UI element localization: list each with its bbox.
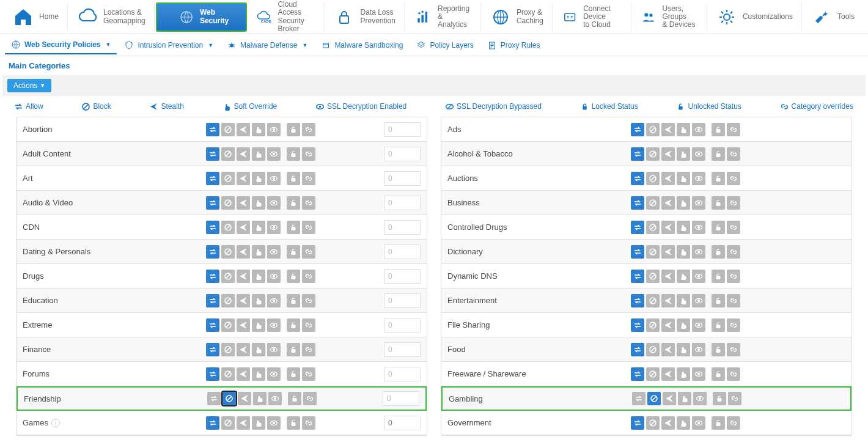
hand-action[interactable] <box>252 172 265 185</box>
link-action[interactable] <box>302 196 315 210</box>
swap-action[interactable] <box>631 270 644 283</box>
noentry-action[interactable] <box>646 147 660 161</box>
hand-action[interactable] <box>252 123 265 136</box>
plane-action[interactable] <box>237 196 250 210</box>
unlock-action[interactable] <box>712 318 725 332</box>
swap-action[interactable] <box>631 367 644 381</box>
eye-action[interactable] <box>692 147 705 161</box>
link-action[interactable] <box>302 294 315 307</box>
swap-action[interactable] <box>206 123 219 136</box>
count-input[interactable] <box>384 196 421 210</box>
hand-action[interactable] <box>677 147 690 161</box>
swap-action[interactable] <box>631 172 644 185</box>
topnav-home[interactable]: Home <box>5 2 68 32</box>
hand-action[interactable] <box>252 147 265 161</box>
unlock-action[interactable] <box>287 294 300 307</box>
swap-action[interactable] <box>631 245 644 259</box>
noentry-action[interactable] <box>221 367 235 381</box>
unlock-action[interactable] <box>712 221 725 234</box>
plane-action[interactable] <box>661 123 675 136</box>
link-action[interactable] <box>302 343 315 356</box>
hand-action[interactable] <box>252 343 265 356</box>
noentry-action[interactable] <box>646 294 660 307</box>
unlock-action[interactable] <box>287 416 300 430</box>
unlock-action[interactable] <box>712 416 725 430</box>
plane-action[interactable] <box>661 221 675 234</box>
swap-action[interactable] <box>632 392 645 405</box>
plane-action[interactable] <box>663 392 676 405</box>
hand-action[interactable] <box>252 416 265 430</box>
link-action[interactable] <box>302 367 315 381</box>
eye-action[interactable] <box>692 294 705 307</box>
eye-action[interactable] <box>267 367 281 381</box>
noentry-action[interactable] <box>646 367 660 381</box>
eye-action[interactable] <box>693 392 707 405</box>
unlock-action[interactable] <box>712 123 725 136</box>
plane-action[interactable] <box>661 294 675 307</box>
link-action[interactable] <box>728 392 741 405</box>
eye-action[interactable] <box>692 343 705 356</box>
plane-action[interactable] <box>237 294 250 307</box>
swap-action[interactable] <box>631 416 644 430</box>
eye-action[interactable] <box>267 270 281 283</box>
plane-action[interactable] <box>237 367 250 381</box>
topnav-casb[interactable]: Cloud AccessSecurity Broker <box>248 2 325 32</box>
hand-action[interactable] <box>677 172 690 185</box>
link-action[interactable] <box>727 294 740 307</box>
eye-action[interactable] <box>692 172 705 185</box>
topnav-tools[interactable]: Tools <box>803 2 863 32</box>
eye-action[interactable] <box>267 196 281 210</box>
plane-action[interactable] <box>237 318 250 332</box>
count-input[interactable] <box>384 416 421 430</box>
eye-action[interactable] <box>692 196 705 210</box>
count-input[interactable] <box>384 318 421 333</box>
unlock-action[interactable] <box>713 392 726 405</box>
topnav-users[interactable]: Users, Groups& Devices <box>633 2 707 32</box>
topnav-websec[interactable]: Web Security <box>156 2 247 32</box>
link-action[interactable] <box>727 147 740 161</box>
unlock-action[interactable] <box>712 343 725 356</box>
link-action[interactable] <box>727 270 740 283</box>
unlock-action[interactable] <box>712 245 725 259</box>
swap-action[interactable] <box>631 123 644 136</box>
link-action[interactable] <box>727 318 740 332</box>
topnav-reporting[interactable]: Reporting &Analytics <box>406 2 481 32</box>
noentry-action[interactable] <box>646 318 660 332</box>
hand-action[interactable] <box>252 221 265 234</box>
plane-action[interactable] <box>237 221 250 234</box>
unlock-action[interactable] <box>712 270 725 283</box>
noentry-action[interactable] <box>646 270 660 283</box>
noentry-action[interactable] <box>221 416 235 430</box>
swap-action[interactable] <box>631 318 644 332</box>
subnav-layers[interactable]: Policy Layers <box>410 37 479 54</box>
plane-action[interactable] <box>238 392 251 405</box>
hand-action[interactable] <box>677 245 690 259</box>
plane-action[interactable] <box>237 147 250 161</box>
topnav-connect[interactable]: Connect Deviceto Cloud <box>554 2 631 32</box>
eye-action[interactable] <box>692 270 705 283</box>
unlock-action[interactable] <box>287 172 300 185</box>
eye-action[interactable] <box>267 318 281 332</box>
hand-action[interactable] <box>677 221 690 234</box>
noentry-action[interactable] <box>646 343 660 356</box>
swap-action[interactable] <box>206 172 219 185</box>
swap-action[interactable] <box>206 416 219 430</box>
noentry-action[interactable] <box>646 416 660 430</box>
swap-action[interactable] <box>206 343 219 356</box>
unlock-action[interactable] <box>287 318 300 332</box>
unlock-action[interactable] <box>287 221 300 234</box>
swap-action[interactable] <box>631 343 644 356</box>
link-action[interactable] <box>302 147 315 161</box>
unlock-action[interactable] <box>288 392 301 405</box>
hand-action[interactable] <box>677 318 690 332</box>
info-icon[interactable]: i <box>51 419 60 427</box>
link-action[interactable] <box>302 221 315 234</box>
plane-action[interactable] <box>237 172 250 185</box>
count-input[interactable] <box>384 293 421 308</box>
link-action[interactable] <box>727 172 740 185</box>
noentry-action[interactable] <box>221 196 235 210</box>
unlock-action[interactable] <box>287 147 300 161</box>
noentry-action[interactable] <box>221 270 235 283</box>
hand-action[interactable] <box>678 392 691 405</box>
swap-action[interactable] <box>206 367 219 381</box>
